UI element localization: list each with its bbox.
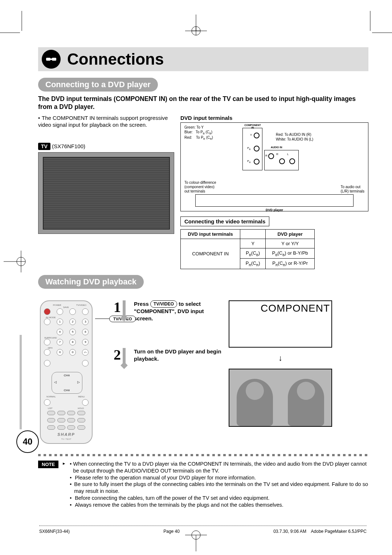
td-y: Y [240,239,266,248]
intro-text: The DVD input terminals (COMPONENT IN) o… [38,95,368,111]
note-item: When connecting the TV to a DVD player v… [73,461,369,474]
callout-line [95,319,110,319]
dvd-input-title: DVD input terminals [180,115,368,121]
dvd-connection-diagram: Green: To Y Blue: To PB (CB) Red: To PR … [180,122,368,211]
note-item: Be sure to fully insert the plugs of the… [74,481,368,495]
diag-dvdplayer: DVD player [181,208,368,212]
footer-date: 03.7.30, 9:06 AM [273,529,306,534]
dotted-divider [38,454,368,456]
tv-badge: TV [38,143,50,150]
th-dvd-input: DVD input terminals [181,229,240,239]
td-pbcb-or: PB(CB) or B-Y/Pb [266,248,315,259]
td-y-or-yy: Y or Y/Y [266,239,315,248]
footer-doc: SX66NF(33-44) [39,529,70,534]
down-arrow-icon: ↓ [229,355,332,361]
osd-screen-component: COMPONENT [229,300,332,348]
td-component-in: COMPONENT IN [181,239,240,269]
diag-green: Green: To Y [184,125,213,130]
bullet-component-in: •The COMPONENT IN terminals support prog… [38,115,176,129]
tv-video-button-label: TV/VIDEO [150,300,177,308]
td-prcr: PR(CR) [240,259,266,269]
page-number: 40 [16,430,39,453]
footer-page: Page 40 [163,529,180,534]
step2-text: Turn on the DVD player and begin playbac… [134,348,223,368]
playback-photo [229,369,332,427]
note-badge: NOTE [38,461,58,468]
diag-audio-labels: Red: To AUDIO IN (R) White: To AUDIO IN … [276,132,313,142]
diag-blue: Blue: To PB (CB) [184,130,213,135]
th-dvd-player: DVD player [266,229,315,239]
td-prcr-or: PR(CR) or R-Y/Pr [266,259,315,269]
connections-icon [42,50,61,69]
section-heading-watching: Watching DVD playback [38,275,144,289]
note-item: Before connecting the cables, turn off t… [75,495,269,502]
remote-control-illustration: POWER SAVE TV/VIDEO 123 AV MODE 456 SURR… [40,300,93,444]
svg-rect-17 [50,58,52,60]
svg-rect-15 [46,58,50,61]
osd-text: COMPONENT [261,303,330,314]
page-title: Connections [67,50,164,68]
diag-audioin: AUDIO IN [271,146,282,149]
bullet-text: The COMPONENT IN terminals support progr… [38,115,168,128]
title-bar: Connections [38,47,368,71]
step-marker-icon [121,300,127,323]
diag-audio-out: To audio out (L/R) terminals [340,185,364,194]
remote-subbrand: TV / TEXT [41,438,92,440]
diag-red: Red: To PR (CR) [184,135,213,141]
remote-brand: SHARP [41,432,92,437]
section-heading-dvd-connect: Connecting to a DVD player [38,78,158,92]
left-accent-bar [20,335,22,429]
step1-text: Press TV/VIDEO to select "COMPONENT", DV… [134,300,223,323]
note-arrow-icon: ▸ [63,461,65,466]
tv-model: (SX76NF100) [52,143,85,149]
footer-app: Adobe PageMaker 6.5J/PPC [311,529,367,534]
step-marker-icon [121,348,127,368]
crop-mark-top [178,15,214,36]
note-item: Please refer to the operation manual of … [75,474,256,481]
tv-rear-photo [38,152,174,234]
crop-corner-tr [356,11,392,47]
td-pbcb: PB(CB) [240,248,266,259]
note-list: •When connecting the TV to a DVD player … [70,461,368,509]
conn-subtitle: Connecting the video terminals [180,216,269,226]
diag-colour-diff: To colour-difference (component video) o… [184,181,216,194]
crop-mark-left [4,243,29,280]
note-item: Always remove the cables from the termin… [75,502,283,509]
connection-table: DVD input terminals DVD player COMPONENT… [180,229,315,269]
svg-rect-16 [52,58,56,61]
crop-corner-tl [0,11,36,47]
step-number-2: 2 [107,348,121,368]
tech-footer: SX66NF(33-44) Page 40 03.7.30, 9:06 AM A… [39,526,367,534]
